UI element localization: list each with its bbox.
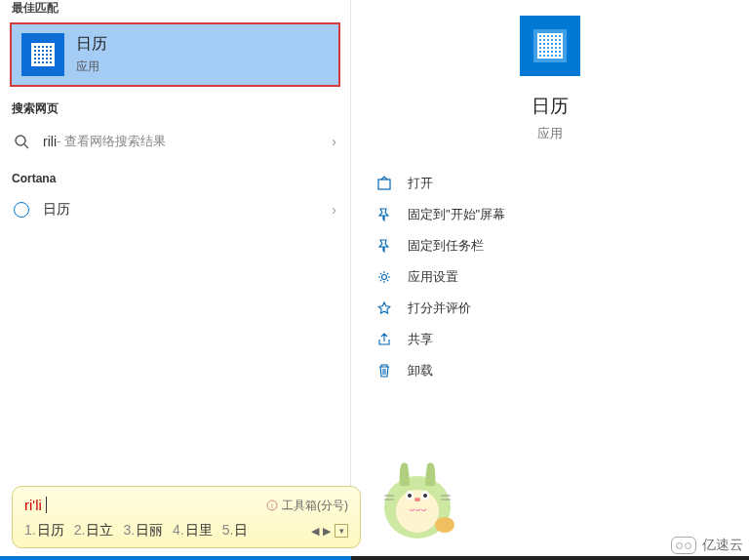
action-label: 固定到"开始"屏幕 bbox=[408, 206, 505, 223]
uninstall-action[interactable]: 卸载 bbox=[376, 355, 724, 386]
trash-icon bbox=[376, 363, 392, 379]
best-match-header: 最佳匹配 bbox=[0, 0, 350, 22]
svg-rect-2 bbox=[378, 180, 390, 189]
cortana-calendar-item[interactable]: 日历 › bbox=[0, 193, 350, 226]
ime-candidate-1[interactable]: 1.日历 bbox=[24, 522, 64, 540]
best-match-calendar-app[interactable]: 日历 应用 bbox=[10, 22, 340, 87]
web-search-item[interactable]: rili - 查看网络搜索结果 › bbox=[0, 123, 350, 160]
svg-text:i: i bbox=[271, 501, 273, 510]
ime-toolbox-hint[interactable]: i 工具箱(分号) bbox=[266, 498, 348, 514]
share-action[interactable]: 共享 bbox=[376, 324, 724, 355]
rate-action[interactable]: 打分并评价 bbox=[376, 293, 724, 324]
app-actions-list: 打开 固定到"开始"屏幕 固定到任务栏 应用设置 打分并评价 共享 bbox=[351, 162, 749, 392]
action-label: 打开 bbox=[408, 175, 433, 192]
search-results-panel: 最佳匹配 日历 应用 搜索网页 rili - 查看网络搜索结果 › Cortan… bbox=[0, 0, 351, 546]
cortana-circle-icon bbox=[14, 202, 29, 218]
pin-taskbar-action[interactable]: 固定到任务栏 bbox=[376, 230, 724, 261]
ime-input-text: ri'li bbox=[24, 497, 47, 514]
pin-start-action[interactable]: 固定到"开始"屏幕 bbox=[376, 199, 724, 230]
web-search-suffix: - 查看网络搜索结果 bbox=[57, 133, 166, 150]
calendar-app-icon bbox=[21, 33, 64, 76]
action-label: 固定到任务栏 bbox=[408, 237, 484, 255]
watermark-logo-icon bbox=[671, 537, 696, 554]
ime-candidate-3[interactable]: 3.日丽 bbox=[123, 522, 163, 540]
app-settings-action[interactable]: 应用设置 bbox=[376, 261, 724, 293]
action-label: 卸载 bbox=[408, 362, 433, 380]
svg-point-3 bbox=[382, 275, 387, 280]
search-icon bbox=[14, 134, 29, 149]
action-label: 应用设置 bbox=[408, 268, 458, 286]
open-action[interactable]: 打开 bbox=[376, 168, 724, 199]
ime-candidate-list: 1.日历 2.日立 3.日丽 4.日里 5.日 ◀ ▶ ▾ bbox=[24, 522, 348, 540]
ime-candidate-bar: ri'li i 工具箱(分号) 1.日历 2.日立 3.日丽 4.日里 5.日 … bbox=[12, 486, 361, 548]
open-icon bbox=[376, 176, 392, 191]
taskbar-strip bbox=[0, 556, 749, 560]
app-details-panel: 日历 应用 打开 固定到"开始"屏幕 固定到任务栏 应用设置 bbox=[351, 0, 749, 546]
svg-line-1 bbox=[24, 144, 28, 148]
hero-subtitle: 应用 bbox=[537, 125, 563, 142]
ime-prev-icon[interactable]: ◀ bbox=[311, 525, 319, 538]
gear-icon bbox=[376, 269, 392, 285]
chevron-right-icon: › bbox=[332, 202, 336, 218]
share-icon bbox=[376, 332, 392, 347]
ime-candidate-4[interactable]: 4.日里 bbox=[173, 522, 213, 540]
ime-next-icon[interactable]: ▶ bbox=[323, 525, 331, 538]
chevron-right-icon: › bbox=[332, 134, 336, 149]
web-search-query: rili bbox=[43, 134, 57, 149]
star-icon bbox=[376, 300, 392, 316]
search-web-header: 搜索网页 bbox=[0, 100, 350, 123]
action-label: 打分并评价 bbox=[408, 300, 471, 317]
cortana-header: Cortana bbox=[0, 160, 350, 193]
ime-candidate-2[interactable]: 2.日立 bbox=[74, 522, 114, 540]
svg-point-0 bbox=[16, 136, 25, 145]
hero-title: 日历 bbox=[532, 94, 569, 119]
pin-icon bbox=[376, 238, 392, 254]
app-title: 日历 bbox=[76, 34, 107, 55]
info-icon: i bbox=[266, 500, 278, 511]
pin-icon bbox=[376, 207, 392, 222]
ime-candidate-5[interactable]: 5.日 bbox=[222, 522, 249, 540]
action-label: 共享 bbox=[408, 331, 433, 348]
ime-dropdown-icon[interactable]: ▾ bbox=[335, 524, 348, 538]
app-subtitle: 应用 bbox=[76, 59, 107, 75]
watermark: 亿速云 bbox=[671, 537, 743, 554]
calendar-hero-icon bbox=[520, 16, 580, 76]
cortana-item-label: 日历 bbox=[43, 201, 70, 219]
